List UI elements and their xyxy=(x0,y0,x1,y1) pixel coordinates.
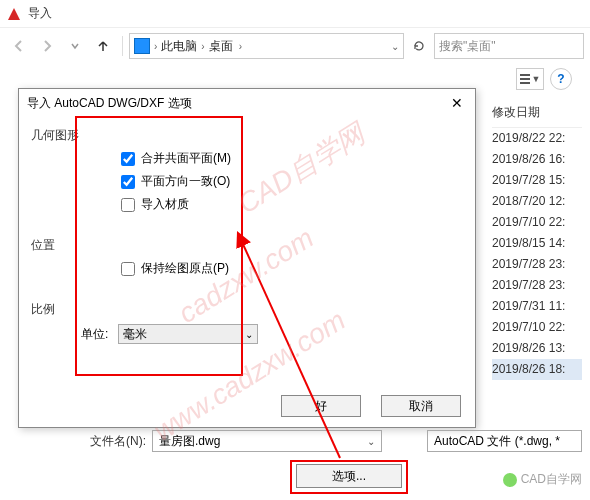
badge-text: CAD自学网 xyxy=(521,471,582,488)
forward-button[interactable] xyxy=(34,33,60,59)
ok-button[interactable]: 好 xyxy=(281,395,361,417)
orient-faces-label: 平面方向一致(O) xyxy=(141,173,230,190)
preserve-origin-checkbox[interactable] xyxy=(121,262,135,276)
chevron-right-icon: › xyxy=(201,41,204,52)
wechat-badge: CAD自学网 xyxy=(503,471,582,488)
filename-value: 量房图.dwg xyxy=(159,433,220,450)
path-segment-desktop[interactable]: 桌面 xyxy=(209,38,233,55)
search-input[interactable]: 搜索"桌面" xyxy=(434,33,584,59)
date-cell[interactable]: 2019/8/26 13: xyxy=(492,338,582,359)
nav-bar: › 此电脑 › 桌面 › ⌄ 搜索"桌面" xyxy=(0,28,590,64)
date-cell[interactable]: 2019/7/28 23: xyxy=(492,254,582,275)
date-cell[interactable]: 2019/7/28 23: xyxy=(492,275,582,296)
date-cell[interactable]: 2019/7/10 22: xyxy=(492,317,582,338)
chevron-right-icon: › xyxy=(239,41,242,52)
date-cell[interactable]: 2019/7/31 11: xyxy=(492,296,582,317)
path-box[interactable]: › 此电脑 › 桌面 › ⌄ xyxy=(129,33,404,59)
refresh-button[interactable] xyxy=(406,33,432,59)
app-icon xyxy=(6,6,22,22)
recent-drop[interactable] xyxy=(62,33,88,59)
filetype-value: AutoCAD 文件 (*.dwg, * xyxy=(434,433,560,450)
position-label: 位置 xyxy=(31,237,463,254)
svg-marker-0 xyxy=(8,8,20,20)
date-cell[interactable]: 2019/8/22 22: xyxy=(492,128,582,149)
geometry-label: 几何图形 xyxy=(31,127,463,144)
options-button[interactable]: 选项... xyxy=(296,464,402,488)
path-segment-pc[interactable]: 此电脑 xyxy=(161,38,197,55)
date-cell[interactable]: 2019/8/26 16: xyxy=(492,149,582,170)
date-cell[interactable]: 2019/7/10 22: xyxy=(492,212,582,233)
unit-label: 单位: xyxy=(81,326,108,343)
date-header[interactable]: 修改日期 xyxy=(492,100,582,128)
unit-select[interactable]: 毫米 ⌄ xyxy=(118,324,258,344)
merge-faces-checkbox[interactable] xyxy=(121,152,135,166)
import-materials-label: 导入材质 xyxy=(141,196,189,213)
window-titlebar: 导入 xyxy=(0,0,590,28)
list-icon xyxy=(520,74,530,84)
back-button[interactable] xyxy=(6,33,32,59)
date-cell[interactable]: 2019/8/26 18: xyxy=(492,359,582,380)
chevron-down-icon: ⌄ xyxy=(245,329,253,340)
path-drop-icon[interactable]: ⌄ xyxy=(391,41,399,52)
import-materials-checkbox[interactable] xyxy=(121,198,135,212)
import-options-dialog: 导入 AutoCAD DWG/DXF 选项 ✕ 几何图形 合并共面平面(M) 平… xyxy=(18,88,476,428)
date-cell[interactable]: 2018/7/20 12: xyxy=(492,191,582,212)
chevron-down-icon: ⌄ xyxy=(367,436,375,447)
up-button[interactable] xyxy=(90,33,116,59)
preserve-origin-label: 保持绘图原点(P) xyxy=(141,260,229,277)
separator xyxy=(122,36,123,56)
pc-icon xyxy=(134,38,150,54)
orient-faces-checkbox[interactable] xyxy=(121,175,135,189)
view-mode-button[interactable]: ▼ xyxy=(516,68,544,90)
date-column: 修改日期 2019/8/22 22:2019/8/26 16:2019/7/28… xyxy=(492,100,582,380)
scale-label: 比例 xyxy=(31,301,463,318)
chevron-right-icon: › xyxy=(154,41,157,52)
close-button[interactable]: ✕ xyxy=(447,93,467,113)
filename-input[interactable]: 量房图.dwg ⌄ xyxy=(152,430,382,452)
search-placeholder: 搜索"桌面" xyxy=(439,38,496,55)
help-button[interactable]: ? xyxy=(550,68,572,90)
filename-row: 文件名(N): 量房图.dwg ⌄ xyxy=(90,430,382,452)
unit-value: 毫米 xyxy=(123,326,147,343)
date-cell[interactable]: 2019/8/15 14: xyxy=(492,233,582,254)
date-cell[interactable]: 2019/7/28 15: xyxy=(492,170,582,191)
wechat-icon xyxy=(503,473,517,487)
dialog-titlebar: 导入 AutoCAD DWG/DXF 选项 ✕ xyxy=(19,89,475,117)
merge-faces-label: 合并共面平面(M) xyxy=(141,150,231,167)
dialog-title: 导入 AutoCAD DWG/DXF 选项 xyxy=(27,95,192,112)
filename-label: 文件名(N): xyxy=(90,433,146,450)
cancel-button[interactable]: 取消 xyxy=(381,395,461,417)
window-title: 导入 xyxy=(28,5,52,22)
filetype-select[interactable]: AutoCAD 文件 (*.dwg, * xyxy=(427,430,582,452)
